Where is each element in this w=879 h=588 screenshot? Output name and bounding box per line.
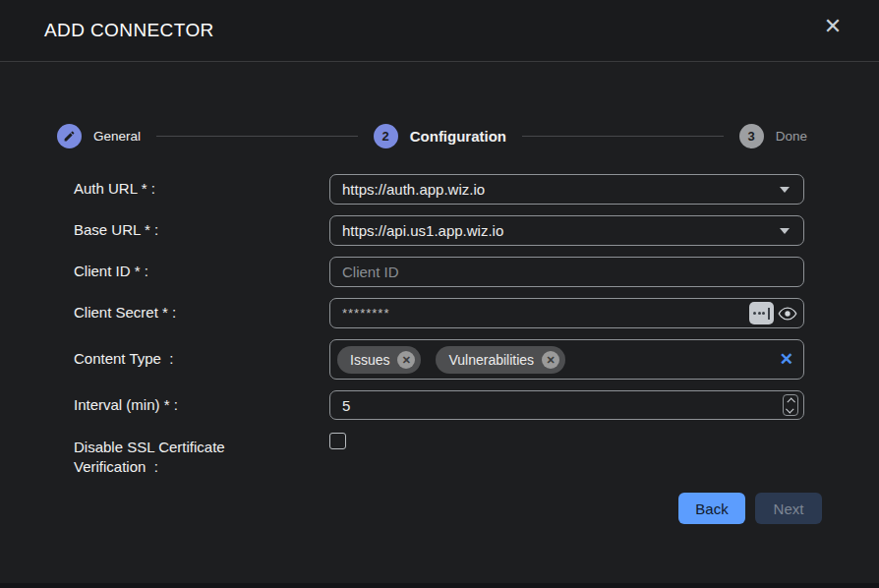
close-icon[interactable]: ✕ <box>820 14 846 39</box>
chevron-down-icon <box>780 228 790 234</box>
chevron-down-icon <box>786 405 793 413</box>
base-url-select[interactable]: https://api.us1.app.wiz.io <box>329 215 804 246</box>
number-stepper[interactable] <box>783 394 798 416</box>
client-id-label: Client ID * : <box>74 262 329 281</box>
chip-label: Issues <box>350 352 389 368</box>
modal-footer: Back Next <box>678 493 822 524</box>
interval-label: Interval (min) * : <box>74 395 329 415</box>
content-type-multiselect[interactable]: Issues ✕ Vulnerabilities ✕ ✕ <box>329 339 804 380</box>
add-connector-modal: ADD CONNECTOR ✕ General 2 Configuration … <box>0 0 879 588</box>
base-url-value: https://api.us1.app.wiz.io <box>342 222 780 239</box>
auth-url-value: https://auth.app.wiz.io <box>342 181 780 198</box>
ssl-checkbox[interactable] <box>329 433 346 449</box>
auth-url-select[interactable]: https://auth.app.wiz.io <box>329 174 804 205</box>
chevron-up-icon <box>787 397 794 405</box>
interval-input[interactable] <box>342 391 783 419</box>
chevron-down-icon <box>780 187 790 193</box>
stepper-divider <box>156 136 358 137</box>
step-label-done: Done <box>776 129 807 144</box>
clear-all-icon[interactable]: ✕ <box>780 349 793 370</box>
chip-label: Vulnerabilities <box>448 352 534 368</box>
content-type-row: Content Type : Issues ✕ Vulnerabilities … <box>74 339 804 380</box>
client-id-row: Client ID * : <box>74 257 804 287</box>
ssl-label: Disable SSL Certificate Verification : <box>74 438 285 478</box>
client-secret-field[interactable]: ******** <box>329 298 804 328</box>
ssl-row: Disable SSL Certificate Verification : <box>74 433 804 478</box>
pencil-icon <box>57 124 82 148</box>
stepper-step-done: 3 Done <box>739 124 807 148</box>
step-label-configuration: Configuration <box>410 128 506 145</box>
content-type-label: Content Type : <box>74 349 329 369</box>
chip-vulnerabilities: Vulnerabilities ✕ <box>436 346 565 374</box>
stepper-step-configuration[interactable]: 2 Configuration <box>374 124 506 148</box>
interval-field <box>329 390 804 420</box>
stepper-divider <box>522 136 724 137</box>
next-button[interactable]: Next <box>755 493 822 524</box>
client-secret-row: Client Secret * : ******** <box>74 298 804 328</box>
base-url-label: Base URL * : <box>74 220 329 240</box>
auth-url-row: Auth URL * : https://auth.app.wiz.io <box>74 174 804 205</box>
chip-remove-icon[interactable]: ✕ <box>542 351 559 369</box>
client-secret-masked-value: ******** <box>342 306 749 321</box>
auth-url-label: Auth URL * : <box>74 179 329 199</box>
client-id-field <box>329 257 804 287</box>
client-secret-label: Client Secret * : <box>74 303 329 323</box>
modal-title: ADD CONNECTOR <box>44 20 214 41</box>
base-url-row: Base URL * : https://api.us1.app.wiz.io <box>74 215 804 246</box>
password-autofill-icon[interactable] <box>749 302 774 324</box>
eye-icon[interactable] <box>778 304 797 323</box>
back-button[interactable]: Back <box>678 493 745 524</box>
modal-header: ADD CONNECTOR ✕ <box>0 0 879 62</box>
step-label-general: General <box>93 129 141 144</box>
modal-bottom-edge <box>0 583 879 588</box>
step-number-3: 3 <box>739 124 764 148</box>
stepper-step-general[interactable]: General <box>57 124 141 148</box>
interval-row: Interval (min) * : <box>74 390 804 420</box>
step-number-2: 2 <box>374 124 398 148</box>
wizard-stepper: General 2 Configuration 3 Done <box>57 124 807 148</box>
client-id-input[interactable] <box>342 258 791 286</box>
chip-issues: Issues ✕ <box>337 346 421 374</box>
chip-remove-icon[interactable]: ✕ <box>397 351 415 369</box>
